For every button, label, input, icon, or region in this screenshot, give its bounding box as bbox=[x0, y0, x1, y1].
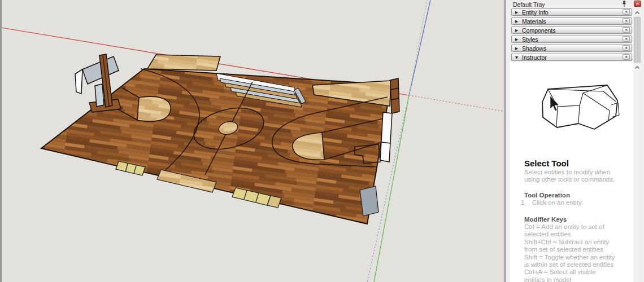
modifier-keys-title: Modifier Keys bbox=[524, 216, 567, 223]
panel-close-button[interactable]: × bbox=[623, 18, 630, 24]
modifier-line: from set of selected entities bbox=[524, 246, 632, 253]
tool-operation-title: Tool Operation bbox=[524, 192, 570, 199]
instructor-heading: Select Tool bbox=[524, 158, 569, 168]
panel-label: Components bbox=[522, 27, 556, 34]
auto-hide-pin-button[interactable] bbox=[620, 1, 628, 7]
modifier-line: is within set of selected entities bbox=[524, 261, 632, 268]
instructor-scrollbar-track[interactable] bbox=[634, 63, 641, 282]
chevron-right-icon: ▶ bbox=[515, 46, 521, 51]
tray-titlebar[interactable]: Default Tray × bbox=[506, 0, 644, 8]
modifier-line: Shift+Ctrl = Subtract an entity bbox=[524, 239, 632, 246]
panel-header-instructor[interactable]: ▼ Instructor × bbox=[511, 54, 632, 61]
panel-label: Instructor bbox=[522, 54, 547, 61]
panel-header-entity-info[interactable]: ▶ Entity Info × bbox=[511, 8, 632, 16]
modifier-keys-list: Ctrl = Add an entity to set of selected … bbox=[524, 223, 632, 282]
chevron-right-icon: ▶ bbox=[515, 28, 521, 33]
panel-header-materials[interactable]: ▶ Materials × bbox=[511, 17, 632, 25]
panel-label: Materials bbox=[522, 18, 546, 25]
viewport-canvas bbox=[0, 0, 506, 282]
default-tray-panel: Default Tray × ▶ Entity Info × ▶ Materia… bbox=[506, 0, 644, 282]
panel-close-button[interactable]: × bbox=[623, 9, 630, 15]
sketchup-window: { "tray": { "title": "Default Tray", "cl… bbox=[0, 0, 644, 282]
panel-header-shadows[interactable]: ▶ Shadows × bbox=[511, 45, 632, 52]
modifier-line: entities in model bbox=[524, 276, 632, 282]
panel-close-button[interactable]: × bbox=[623, 54, 630, 60]
modifier-line: selected entities bbox=[524, 231, 632, 238]
chevron-right-icon: ▶ bbox=[515, 37, 521, 42]
panel-header-components[interactable]: ▶ Components × bbox=[511, 27, 632, 34]
instructor-illustration bbox=[537, 78, 632, 136]
instructor-description: Select entities to modify when using oth… bbox=[524, 169, 629, 183]
tool-operation-step: 1. Click on an entity. bbox=[520, 199, 630, 206]
3d-viewport[interactable] bbox=[0, 0, 506, 282]
pin-icon bbox=[621, 1, 627, 7]
modifier-line: Shift = Toggle whether an entity bbox=[524, 254, 632, 261]
instructor-scroll-up-button[interactable] bbox=[634, 64, 641, 71]
tray-scroll-up-button[interactable] bbox=[634, 9, 641, 16]
panel-close-button[interactable]: × bbox=[623, 27, 630, 33]
modifier-line: Ctrl+A = Select all visible bbox=[524, 268, 632, 276]
step-text: Click on an entity. bbox=[532, 199, 583, 206]
panel-label: Shadows bbox=[522, 45, 546, 52]
court-apron-left bbox=[147, 55, 220, 70]
panel-header-styles[interactable]: ▶ Styles × bbox=[511, 36, 632, 43]
description-line: using other tools or commands. bbox=[524, 176, 629, 183]
window-left-edge bbox=[0, 0, 2, 282]
tray-scrollbar-thumb[interactable] bbox=[634, 17, 641, 63]
scroll-up-icon bbox=[634, 65, 640, 69]
tray-title: Default Tray bbox=[513, 1, 545, 8]
free-throw-semicircle-left bbox=[137, 96, 171, 121]
chevron-right-icon: ▶ bbox=[515, 19, 521, 24]
chevron-right-icon: ▶ bbox=[515, 10, 521, 15]
panel-label: Entity Info bbox=[522, 9, 549, 16]
panel-close-button[interactable]: × bbox=[623, 45, 630, 51]
chevron-down-icon: ▼ bbox=[515, 55, 521, 60]
panel-label: Styles bbox=[522, 36, 538, 43]
modifier-line: Ctrl = Add an entity to set of bbox=[524, 223, 632, 231]
tray-close-button[interactable]: × bbox=[634, 1, 641, 7]
house-drawing bbox=[537, 78, 632, 136]
gray-mat bbox=[360, 186, 378, 216]
description-line: Select entities to modify when bbox=[524, 169, 629, 176]
scroll-up-icon bbox=[634, 11, 640, 15]
step-number: 1. bbox=[520, 199, 532, 206]
instructor-pane: Select Tool Select entities to modify wh… bbox=[510, 62, 634, 282]
panel-close-button[interactable]: × bbox=[623, 36, 630, 42]
